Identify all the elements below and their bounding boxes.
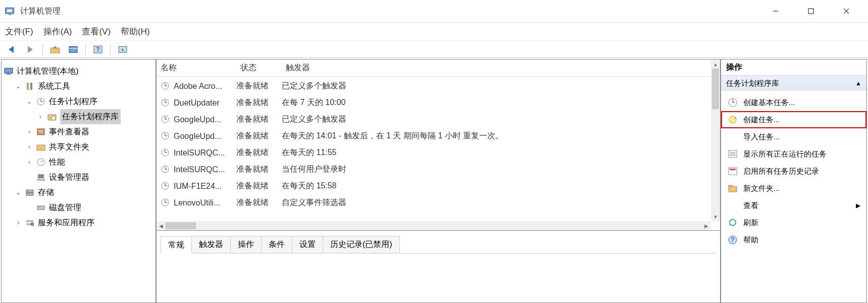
tree-storage[interactable]: ⌄ 存储 — [15, 185, 154, 200]
tree-system-tools[interactable]: ⌄ 系统工具 — [15, 79, 154, 94]
column-state[interactable]: 状态 — [236, 63, 282, 73]
tree-label: 存储 — [38, 185, 54, 200]
menu-file[interactable]: 文件(F) — [5, 26, 33, 37]
action-help[interactable]: ? 帮助 — [721, 231, 866, 248]
scroll-right-icon[interactable]: ▶ — [702, 221, 711, 230]
task-state: 准备就绪 — [236, 147, 282, 158]
scroll-up-icon[interactable]: ▲ — [711, 60, 720, 69]
tab-settings[interactable]: 设置 — [292, 236, 323, 253]
menu-view[interactable]: 查看(V) — [82, 26, 111, 37]
svg-rect-19 — [27, 83, 29, 90]
task-row[interactable]: LenovoUtili...准备就绪自定义事件筛选器 — [157, 194, 711, 211]
column-trigger[interactable]: 触发器 — [282, 63, 711, 73]
close-button[interactable] — [829, 1, 864, 21]
task-name: IntelSURQC... — [174, 148, 225, 158]
help-icon: ? — [727, 234, 738, 245]
task-row[interactable]: GoogleUpd...准备就绪已定义多个触发器 — [157, 111, 711, 128]
back-button[interactable] — [4, 42, 20, 57]
tab-history[interactable]: 历史记录(已禁用) — [323, 236, 400, 253]
action-new-folder[interactable]: 新文件夹... — [721, 180, 866, 197]
horizontal-scrollbar[interactable]: ◀ ▶ — [157, 221, 711, 230]
action-enable-history[interactable]: 启用所有任务历史记录 — [721, 163, 866, 180]
tree-disk-management[interactable]: 磁盘管理 — [26, 200, 154, 215]
forward-button[interactable] — [22, 42, 38, 57]
tree-device-manager[interactable]: 设备管理器 — [26, 170, 154, 185]
task-trigger: 已定义多个触发器 — [282, 81, 711, 91]
task-state: 准备就绪 — [236, 197, 282, 208]
actions-section-header[interactable]: 任务计划程序库 ▲ — [721, 76, 866, 91]
tree-root[interactable]: 计算机管理(本地) — [4, 64, 154, 79]
minimize-button[interactable] — [758, 1, 793, 21]
svg-rect-1 — [7, 10, 12, 12]
action-import-task[interactable]: 导入任务... — [721, 128, 866, 145]
svg-point-38 — [38, 207, 39, 208]
tree-label: 事件查看器 — [49, 124, 89, 139]
menu-help[interactable]: 帮助(H) — [121, 26, 150, 37]
scroll-thumb[interactable] — [712, 69, 719, 109]
tree-services-apps[interactable]: ›服务和应用程序 — [15, 215, 154, 230]
tab-general[interactable]: 常规 — [161, 236, 192, 254]
tab-triggers[interactable]: 触发器 — [191, 236, 231, 253]
task-row[interactable]: IUM-F1E24...准备就绪在每天的 15:58 — [157, 178, 711, 194]
task-row[interactable]: Adobe Acro...准备就绪已定义多个触发器 — [157, 78, 711, 94]
svg-rect-78 — [729, 185, 732, 187]
task-row[interactable]: IntelSURQC...准备就绪当任何用户登录时 — [157, 161, 711, 178]
help-button[interactable]: ? — [90, 42, 106, 57]
clock-icon — [161, 98, 171, 108]
menu-bar: 文件(F) 操作(A) 查看(V) 帮助(H) — [0, 23, 868, 40]
chevron-down-icon: ⌄ — [15, 79, 22, 94]
svg-marker-70 — [735, 117, 737, 119]
task-row[interactable]: DuetUpdater准备就绪在每 7 天的 10:00 — [157, 94, 711, 111]
tree-label: 任务计划程序 — [49, 94, 97, 109]
svg-point-41 — [31, 223, 34, 226]
action-label: 刷新 — [743, 218, 758, 228]
action-label: 导入任务... — [743, 132, 780, 142]
up-folder-button[interactable] — [47, 42, 63, 57]
tree-performance[interactable]: ›性能 — [26, 155, 154, 170]
action-show-running[interactable]: 显示所有正在运行的任务 — [721, 145, 866, 163]
chevron-right-icon: › — [26, 124, 33, 139]
collapse-icon: ▲ — [855, 80, 861, 87]
action-view[interactable]: 查看 ▶ — [721, 197, 866, 214]
scroll-left-icon[interactable]: ◀ — [157, 221, 166, 230]
task-row[interactable]: IntelSURQC...准备就绪在每天的 11:55 — [157, 144, 711, 161]
task-name: GoogleUpd... — [174, 115, 221, 124]
tree-task-scheduler-library[interactable]: › 任务计划程序库 — [37, 109, 154, 124]
svg-rect-29 — [37, 145, 45, 150]
clock-icon — [161, 115, 171, 125]
menu-action[interactable]: 操作(A) — [43, 26, 72, 37]
new-task-icon — [727, 114, 738, 125]
svg-rect-34 — [26, 190, 33, 192]
vertical-scrollbar[interactable]: ▲ ▼ — [711, 60, 720, 221]
properties-button[interactable] — [65, 42, 81, 57]
action-create-task[interactable]: 创建任务... — [721, 111, 866, 128]
task-row[interactable]: GoogleUpd...准备就绪在每天的 14:01 - 触发后，在 1 天 期… — [157, 128, 711, 144]
blank-icon — [727, 131, 738, 142]
clock-icon — [161, 181, 171, 191]
svg-line-31 — [41, 160, 43, 162]
clock-icon — [161, 165, 171, 175]
chevron-right-icon: › — [26, 139, 33, 155]
tree-task-scheduler[interactable]: ⌄ 任务计划程序 — [26, 94, 154, 109]
scroll-thumb[interactable] — [166, 222, 196, 229]
scroll-down-icon[interactable]: ▼ — [711, 212, 720, 221]
chevron-down-icon: ⌄ — [15, 185, 22, 200]
column-name[interactable]: 名称 — [157, 63, 236, 73]
task-name: IntelSURQC... — [174, 165, 225, 174]
submenu-arrow-icon: ▶ — [856, 202, 860, 209]
tree-label: 设备管理器 — [49, 170, 89, 185]
shared-folder-icon — [36, 142, 46, 152]
svg-point-36 — [27, 190, 28, 191]
svg-rect-18 — [7, 74, 11, 75]
tab-actions[interactable]: 操作 — [230, 236, 262, 253]
action-refresh[interactable]: 刷新 — [721, 214, 866, 231]
task-trigger: 当任何用户登录时 — [282, 164, 711, 175]
clock-icon — [161, 81, 171, 91]
tree-shared-folders[interactable]: ›共享文件夹 — [26, 139, 154, 155]
tree-event-viewer[interactable]: ›事件查看器 — [26, 124, 154, 139]
maximize-button[interactable] — [793, 1, 829, 21]
tab-conditions[interactable]: 条件 — [261, 236, 292, 253]
action-create-basic-task[interactable]: 创建基本任务... — [721, 94, 866, 111]
action-pane-button[interactable] — [115, 42, 131, 57]
svg-rect-77 — [729, 186, 737, 192]
